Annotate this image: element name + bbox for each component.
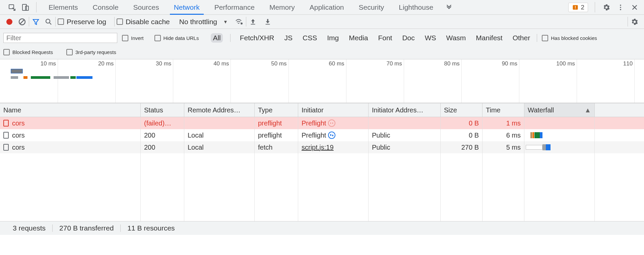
blocked-requests-checkbox[interactable]: Blocked Requests	[3, 49, 53, 55]
type-filter-media[interactable]: Media	[347, 33, 370, 43]
initiator-text: Preflight	[302, 132, 326, 139]
col-name[interactable]: Name	[0, 103, 141, 117]
inspect-element-icon[interactable]	[7, 3, 17, 12]
svg-rect-4	[575, 6, 576, 8]
type-filter-fetchxhr[interactable]: Fetch/XHR	[238, 33, 276, 43]
cell-gutter	[595, 141, 644, 153]
cell-size: 0 B	[441, 129, 482, 141]
svg-point-11	[46, 19, 50, 23]
col-waterfall[interactable]: Waterfall ▲	[524, 103, 595, 117]
preflight-icon	[328, 119, 335, 127]
status-resources: 11 B resources	[121, 224, 181, 232]
chevron-down-icon: ▼	[223, 19, 228, 24]
overview-timeline[interactable]: 10 ms20 ms30 ms40 ms50 ms60 ms70 ms80 ms…	[0, 59, 644, 103]
type-filter-manifest[interactable]: Manifest	[474, 33, 504, 43]
table-row[interactable]: cors200Localfetchscript.js:19Public270 B…	[0, 141, 644, 153]
third-party-checkbox[interactable]: 3rd-party requests	[66, 49, 116, 55]
type-filter-js[interactable]: JS	[282, 33, 295, 43]
more-tabs-icon[interactable]	[441, 4, 457, 11]
cell-size: 270 B	[441, 141, 482, 153]
tab-application[interactable]: Application	[302, 0, 351, 14]
cell-initiator-address: Public	[369, 129, 441, 141]
svg-rect-5	[575, 8, 576, 9]
col-initiator[interactable]: Initiator	[298, 103, 369, 117]
svg-point-12	[241, 22, 243, 24]
cell-time: 6 ms	[482, 129, 524, 141]
tab-console[interactable]: Console	[85, 0, 126, 14]
type-filter-css[interactable]: CSS	[301, 33, 319, 43]
tab-network[interactable]: Network	[167, 0, 207, 14]
col-initiator-address[interactable]: Initiator Addres…	[369, 103, 441, 117]
cell-size: 0 B	[441, 117, 482, 129]
network-conditions-icon[interactable]	[235, 17, 244, 27]
status-requests: 3 requests	[6, 224, 52, 232]
type-filter-other[interactable]: Other	[511, 33, 532, 43]
initiator-text: Preflight	[302, 119, 326, 127]
hide-data-urls-label: Hide data URLs	[164, 35, 199, 41]
tab-lighthouse[interactable]: Lighthouse	[391, 0, 441, 14]
has-blocked-cookies-checkbox[interactable]: Has blocked cookies	[542, 35, 597, 41]
preserve-log-checkbox[interactable]: Preserve log	[58, 18, 106, 26]
type-filter-doc[interactable]: Doc	[400, 33, 416, 43]
kebab-menu-icon[interactable]	[616, 3, 625, 12]
cell-type: preflight	[255, 129, 298, 141]
timeline-bar	[54, 76, 69, 79]
type-filter-all[interactable]: All	[211, 33, 222, 43]
tab-sources[interactable]: Sources	[126, 0, 167, 14]
timeline-bar	[70, 76, 76, 79]
cell-status: 200	[141, 129, 184, 141]
waterfall-segment	[540, 132, 542, 138]
download-har-icon[interactable]	[263, 17, 272, 27]
col-type[interactable]: Type	[255, 103, 298, 117]
table-row[interactable]: cors(failed)…preflightPreflight 0 B1 ms	[0, 117, 644, 129]
col-remote[interactable]: Remote Addres…	[184, 103, 255, 117]
issues-badge[interactable]: 2	[568, 3, 588, 12]
settings-gear-icon[interactable]	[602, 3, 611, 12]
disable-cache-checkbox[interactable]: Disable cache	[117, 18, 170, 26]
svg-point-9	[6, 19, 12, 25]
network-settings-gear-icon[interactable]	[630, 17, 639, 27]
record-button[interactable]	[5, 17, 14, 27]
cell-type: preflight	[255, 117, 298, 129]
hide-data-urls-checkbox[interactable]: Hide data URLs	[154, 35, 199, 41]
timeline-tick: 80 ms	[461, 59, 462, 103]
filter-icon[interactable]	[31, 17, 41, 27]
throttling-select[interactable]: No throttling ▼	[176, 17, 230, 27]
file-icon	[3, 120, 9, 126]
tab-security[interactable]: Security	[351, 0, 391, 14]
cell-initiator: script.js:19	[298, 141, 369, 153]
cell-name: cors	[0, 117, 141, 129]
device-toggle-icon[interactable]	[21, 3, 30, 12]
close-devtools-icon[interactable]	[630, 3, 639, 12]
tab-elements[interactable]: Elements	[41, 0, 85, 14]
col-status[interactable]: Status	[141, 103, 184, 117]
svg-point-7	[620, 7, 621, 8]
col-size[interactable]: Size	[441, 103, 482, 117]
type-filter-wasm[interactable]: Wasm	[444, 33, 468, 43]
timeline-tick: 70 ms	[404, 59, 404, 103]
tab-performance[interactable]: Performance	[207, 0, 262, 14]
timeline-tick: 60 ms	[346, 59, 346, 103]
type-filter-ws[interactable]: WS	[423, 33, 438, 43]
cell-initiator: Preflight	[298, 129, 369, 141]
status-bar: 3 requests 270 B transferred 11 B resour…	[0, 221, 644, 235]
clear-button[interactable]	[17, 17, 27, 27]
cell-waterfall	[524, 129, 595, 141]
type-filter-img[interactable]: Img	[325, 33, 341, 43]
timeline-selection[interactable]	[11, 69, 23, 73]
type-filter-font[interactable]: Font	[376, 33, 394, 43]
col-time[interactable]: Time	[482, 103, 524, 117]
invert-checkbox[interactable]: Invert	[122, 35, 144, 41]
svg-rect-13	[251, 24, 255, 24]
upload-har-icon[interactable]	[248, 17, 258, 27]
tab-memory[interactable]: Memory	[262, 0, 302, 14]
initiator-link[interactable]: script.js:19	[302, 144, 334, 151]
cell-gutter	[595, 117, 644, 129]
table-row[interactable]: cors200LocalpreflightPreflight Public0 B…	[0, 129, 644, 141]
search-icon[interactable]	[44, 17, 53, 27]
timeline-tick: 40 ms	[231, 59, 231, 103]
timeline-bar	[11, 76, 18, 79]
preflight-icon	[328, 132, 335, 139]
devtools-tab-bar: ElementsConsoleSourcesNetworkPerformance…	[0, 0, 644, 15]
filter-input[interactable]	[3, 33, 117, 43]
